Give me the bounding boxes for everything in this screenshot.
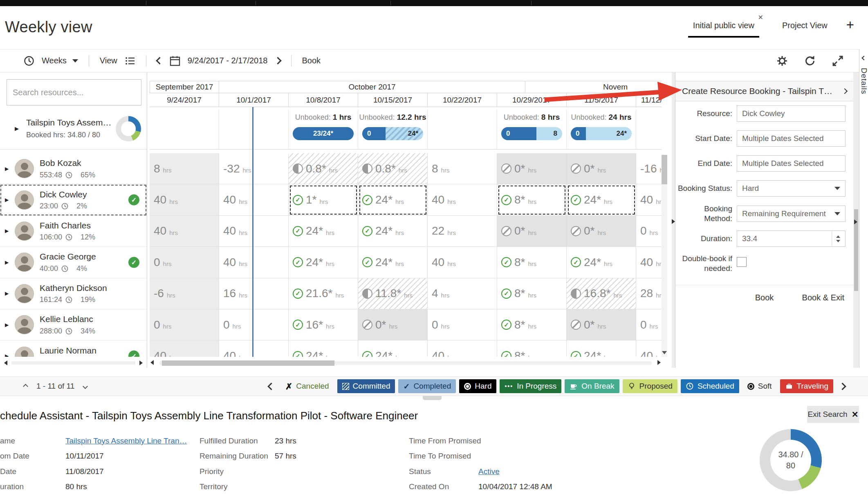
schedule-cell[interactable]: 40hrs <box>428 340 497 357</box>
schedule-cell[interactable]: 16.8*hrs <box>567 278 636 309</box>
schedule-cell[interactable]: 8hrs <box>150 153 219 184</box>
date-range-label[interactable]: 9/24/2017 - 2/17/2018 <box>188 56 268 65</box>
schedule-cell[interactable]: -32hrs <box>219 153 289 184</box>
add-view-button[interactable]: + <box>832 17 857 38</box>
schedule-cell[interactable]: 16hrs <box>219 278 289 309</box>
end-date-input[interactable]: Multiple Dates Selected <box>737 155 846 172</box>
expand-arrow-icon[interactable]: ▶ <box>15 125 19 132</box>
legend-chip-proposed[interactable]: Proposed <box>623 379 677 393</box>
resource-row[interactable]: ▶Gracie George40:004%✓ <box>0 247 147 278</box>
prev-range-button[interactable] <box>157 56 162 65</box>
schedule-cell[interactable]: ✓24*hrs <box>358 247 428 278</box>
schedule-cell[interactable]: ✓8*hrs <box>497 184 567 215</box>
schedule-cell[interactable]: ✓24*hrs <box>289 340 358 357</box>
schedule-cell[interactable]: 0hrs <box>428 309 497 340</box>
schedule-cell[interactable]: 0hrs <box>636 309 662 340</box>
legend-chip-hard[interactable]: Hard <box>459 379 496 393</box>
grid-hscrollbar[interactable] <box>150 358 662 367</box>
doublebook-if-needed-checkbox[interactable] <box>737 257 747 267</box>
week-header[interactable]: 10/8/2017 <box>289 93 358 107</box>
bottom-panel-handle[interactable] <box>423 396 442 400</box>
schedule-cell[interactable]: 0.8*hrs <box>358 153 428 184</box>
view-mode-dropdown[interactable]: Weeks <box>42 56 67 65</box>
resource-row[interactable]: ▶Faith Charles106:0012% <box>0 216 147 247</box>
resource-row[interactable]: ▶Dick Cowley23:002%✓ <box>0 184 147 215</box>
schedule-cell[interactable]: ✓24*hrs <box>358 340 428 357</box>
schedule-cell[interactable]: 0hrs <box>636 216 662 247</box>
resource-input[interactable]: Dick Cowley <box>737 105 846 122</box>
schedule-cell[interactable]: ✓16*hrs <box>289 309 358 340</box>
schedule-cell[interactable]: 40hrs <box>428 247 497 278</box>
spin-down-icon[interactable] <box>836 240 840 242</box>
week-header[interactable]: 10/22/2017 <box>428 93 497 107</box>
scroll-right-arrow[interactable] <box>139 360 143 365</box>
scroll-left-arrow[interactable] <box>150 360 154 365</box>
schedule-cell[interactable]: 40hrs <box>428 184 497 215</box>
schedule-cell[interactable]: 40hrs <box>150 216 219 247</box>
schedule-cell[interactable]: 40hrs <box>219 184 289 215</box>
settings-gear-icon[interactable] <box>776 55 788 67</box>
schedule-cell[interactable]: 4hrs <box>428 278 497 309</box>
panel-splitter-right[interactable] <box>853 72 859 368</box>
legend-chip-completed[interactable]: ✓Completed <box>398 379 456 393</box>
week-header[interactable]: 10/15/2017 <box>358 93 428 107</box>
schedule-cell[interactable]: -6hrs <box>150 278 219 309</box>
resource-hscrollbar[interactable] <box>0 358 147 367</box>
week-header[interactable]: 10/1/2017 <box>219 93 289 107</box>
schedule-cell[interactable]: 0*hrs <box>567 216 636 247</box>
scrollbar-thumb[interactable] <box>162 360 334 366</box>
schedule-cell[interactable]: ✓24*hrs <box>567 247 636 278</box>
scroll-left-arrow[interactable] <box>4 360 7 365</box>
schedule-cell[interactable]: 0hrs <box>150 247 219 278</box>
legend-scroll-right[interactable] <box>839 383 846 390</box>
schedule-cell[interactable]: 0*hrs <box>497 216 567 247</box>
schedule-cell[interactable]: 11.8*hrs <box>358 278 428 309</box>
schedule-cell[interactable]: ✓24*hrs <box>567 184 636 215</box>
schedule-cell[interactable]: 0*hrs <box>497 153 567 184</box>
resource-row[interactable]: ▶Katheryn Dickson161:2419% <box>0 278 147 309</box>
schedule-cell[interactable]: 0hrs <box>219 309 289 340</box>
schedule-cell[interactable]: 40hrs <box>150 184 219 215</box>
booking-method-dropdown[interactable]: Remaining Requirement <box>737 206 846 222</box>
expand-arrow-icon[interactable]: ▶ <box>5 197 15 203</box>
project-group-row[interactable]: ▶ Tailspin Toys Assem… Booked hrs: 34.80… <box>0 109 147 150</box>
schedule-cell[interactable]: 0*hrs <box>567 153 636 184</box>
list-view-icon[interactable] <box>125 56 135 66</box>
legend-chip-canceled[interactable]: ✗Canceled <box>280 379 334 393</box>
page-up-arrow[interactable] <box>23 384 28 389</box>
details-rail[interactable]: Details <box>859 49 868 368</box>
start-date-input[interactable]: Multiple Dates Selected <box>737 130 846 147</box>
schedule-cell[interactable]: ✓24*hrs <box>289 247 358 278</box>
schedule-cell[interactable]: ✓24*hrs <box>358 216 428 247</box>
schedule-cell[interactable]: ✓21.6*hrs <box>289 278 358 309</box>
spin-up-icon[interactable] <box>836 235 840 238</box>
detail-value-link[interactable]: Active <box>478 467 500 476</box>
schedule-cell[interactable]: 40hrs <box>219 340 289 357</box>
legend-scroll-left[interactable] <box>267 383 275 390</box>
schedule-cell[interactable]: 40hrs <box>636 184 662 215</box>
schedule-cell[interactable]: 40hrs <box>219 247 289 278</box>
tab-initial-public-view[interactable]: Initial public view ✕ <box>688 17 759 38</box>
expand-arrow-icon[interactable]: ▶ <box>5 291 15 296</box>
schedule-cell[interactable]: 28hrs <box>636 278 662 309</box>
week-header[interactable]: 11/12/2017 <box>636 93 662 107</box>
schedule-cell[interactable]: ✓8*hrs <box>497 278 567 309</box>
detail-value-link[interactable]: Tailspin Toys Assembly Line Tran… <box>65 436 187 445</box>
schedule-cell[interactable]: ✓1*hrs <box>289 184 358 215</box>
search-resources-input[interactable] <box>7 79 141 105</box>
booking-progress-pill[interactable]: 08 <box>501 127 562 140</box>
scrollbar-track[interactable] <box>11 361 135 365</box>
schedule-cell[interactable]: ✓24*hrs <box>567 340 636 357</box>
book-button[interactable]: Book <box>302 56 321 65</box>
resource-row[interactable]: ▶Kellie Leblanc288:0034% <box>0 309 147 340</box>
booking-progress-pill[interactable]: 024* <box>571 127 632 140</box>
schedule-cell[interactable]: ✓8*hrs <box>497 247 567 278</box>
grid-vscrollbar[interactable] <box>662 155 667 357</box>
scrollbar-thumb[interactable] <box>662 155 667 184</box>
legend-chip-in-progress[interactable]: •••In Progress <box>500 379 561 393</box>
fullscreen-icon[interactable] <box>832 55 843 67</box>
book-and-exit-button[interactable]: Book & Exit <box>802 285 844 310</box>
legend-chip-soft[interactable]: Soft <box>742 379 777 393</box>
week-header[interactable]: 9/24/2017 <box>150 93 219 107</box>
booking-progress-pill[interactable]: 23/24* <box>293 127 354 140</box>
